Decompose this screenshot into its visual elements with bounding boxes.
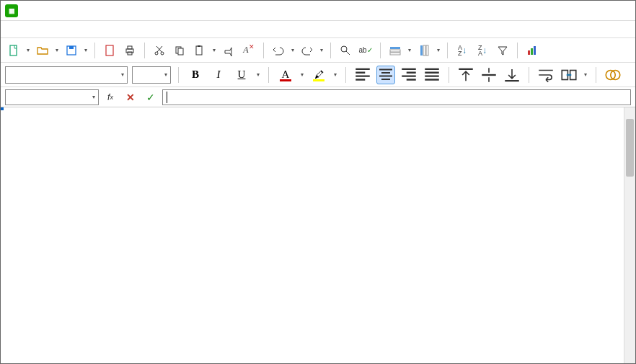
svg-rect-2 (69, 46, 74, 49)
row-button[interactable] (387, 42, 404, 59)
align-center-button[interactable] (376, 66, 395, 84)
app-icon: ▦ (5, 4, 18, 17)
align-right-button[interactable] (399, 66, 418, 84)
spellcheck-button[interactable]: ab✓ (357, 42, 374, 59)
align-left-button[interactable] (353, 66, 372, 84)
toolbar-separator (330, 43, 331, 58)
accept-button[interactable]: ✓ (142, 89, 159, 105)
toolbar-separator (263, 43, 264, 58)
row-dropdown[interactable]: ▾ (407, 47, 412, 53)
formula-input[interactable] (162, 89, 631, 105)
toolbar-separator (447, 43, 448, 58)
svg-rect-17 (420, 45, 423, 56)
highlight-button[interactable]: 🖍 (309, 66, 328, 84)
italic-button[interactable]: I (209, 66, 228, 84)
chevron-down-icon: ▾ (162, 71, 167, 78)
svg-rect-14 (390, 47, 400, 49)
name-box[interactable]: ▾ (5, 89, 99, 105)
chevron-down-icon: ▾ (118, 71, 124, 78)
bold-button[interactable]: B (186, 66, 205, 84)
toolbar-separator (268, 67, 269, 83)
toolbar-separator (345, 67, 346, 83)
new-dropdown[interactable]: ▾ (25, 47, 31, 53)
titlebar: ▦ (1, 1, 635, 21)
menubar (1, 21, 635, 38)
column-dropdown[interactable]: ▾ (436, 47, 441, 53)
autofilter-button[interactable] (494, 42, 511, 59)
new-button[interactable] (5, 42, 22, 59)
font-color-dropdown[interactable]: ▾ (299, 71, 305, 78)
svg-rect-5 (128, 46, 132, 49)
underline-dropdown[interactable]: ▾ (255, 71, 261, 78)
column-button[interactable] (415, 42, 433, 59)
redo-button[interactable] (299, 42, 316, 59)
paste-dropdown[interactable]: ▾ (211, 47, 217, 53)
open-dropdown[interactable]: ▾ (54, 47, 60, 53)
underline-button[interactable]: U (232, 66, 251, 84)
cancel-button[interactable]: ✕ (122, 89, 139, 105)
highlight-dropdown[interactable]: ▾ (332, 71, 338, 78)
formula-bar: ▾ fx ✕ ✓ (1, 87, 635, 107)
svg-rect-0 (10, 45, 17, 56)
merge-dropdown[interactable]: ▾ (583, 71, 588, 78)
font-size-combo[interactable]: ▾ (132, 66, 171, 84)
toolbar-separator (517, 43, 518, 58)
toolbar-separator (178, 67, 179, 83)
app-window: ▦ ▾ ▾ ▾ ▾ A✕ ▾ ▾ ab✓ ▾ ▾ AZ↓ Z (0, 0, 636, 364)
svg-point-13 (341, 46, 347, 52)
open-button[interactable] (34, 42, 51, 59)
svg-rect-12 (198, 45, 200, 47)
toolbar-separator (94, 43, 95, 58)
toolbar-separator (449, 67, 449, 83)
save-dropdown[interactable]: ▾ (83, 47, 89, 53)
svg-rect-15 (390, 50, 400, 52)
selection-outline (1, 107, 4, 110)
align-top-button[interactable] (456, 66, 475, 84)
clone-formatting-button[interactable] (220, 42, 237, 59)
align-middle-button[interactable] (480, 66, 498, 84)
toolbar-separator (380, 43, 381, 58)
spreadsheet-grid[interactable] (1, 107, 635, 363)
undo-button[interactable] (270, 42, 287, 59)
currency-button[interactable] (604, 66, 622, 84)
svg-point-8 (161, 52, 164, 55)
find-button[interactable] (337, 42, 354, 59)
svg-rect-19 (426, 45, 428, 56)
svg-rect-3 (106, 45, 113, 56)
paste-button[interactable] (191, 42, 208, 59)
function-wizard-button[interactable]: fx (102, 89, 119, 105)
redo-dropdown[interactable]: ▾ (319, 47, 324, 53)
svg-rect-10 (178, 48, 183, 55)
align-bottom-button[interactable] (503, 66, 521, 84)
toolbar-separator (144, 43, 145, 58)
clear-formatting-button[interactable]: A✕ (240, 42, 257, 59)
print-button[interactable] (121, 42, 138, 59)
svg-rect-21 (531, 48, 533, 55)
svg-rect-18 (423, 45, 425, 56)
save-button[interactable] (63, 42, 80, 59)
export-pdf-button[interactable] (101, 42, 118, 59)
formatting-toolbar: ▾ ▾ B I U ▾ A ▾ 🖍 ▾ ▾ (1, 63, 635, 87)
copy-button[interactable] (171, 42, 188, 59)
sort-asc-button[interactable]: AZ↓ (454, 42, 471, 59)
cut-button[interactable] (151, 42, 168, 59)
scrollbar-thumb[interactable] (626, 119, 634, 177)
font-name-combo[interactable]: ▾ (5, 66, 128, 84)
svg-rect-20 (528, 50, 530, 55)
vertical-scrollbar[interactable] (624, 107, 635, 363)
svg-rect-16 (390, 53, 400, 55)
chevron-down-icon: ▾ (92, 94, 95, 100)
chart-button[interactable] (524, 42, 541, 59)
wrap-text-button[interactable] (536, 66, 555, 84)
sort-desc-button[interactable]: ZA↓ (474, 42, 491, 59)
toolbar-separator (529, 67, 529, 83)
text-cursor (167, 92, 167, 103)
standard-toolbar: ▾ ▾ ▾ ▾ A✕ ▾ ▾ ab✓ ▾ ▾ AZ↓ ZA↓ (1, 38, 635, 63)
font-color-button[interactable]: A (276, 66, 295, 84)
svg-rect-11 (196, 46, 202, 55)
undo-dropdown[interactable]: ▾ (290, 47, 296, 53)
svg-point-7 (155, 52, 158, 55)
merge-cells-button[interactable] (560, 66, 578, 84)
toolbar-separator (596, 67, 596, 83)
align-justify-button[interactable] (423, 66, 441, 84)
